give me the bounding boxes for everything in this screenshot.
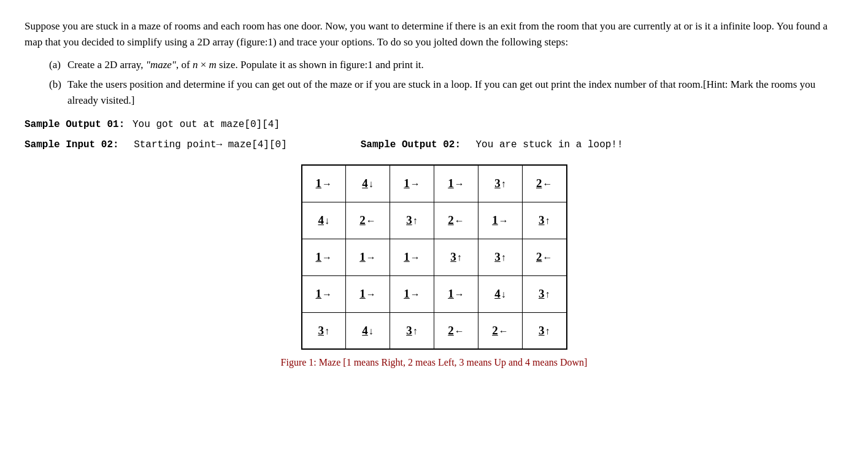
task-label-b: (b) bbox=[49, 77, 67, 93]
maze-cell-0-5: 2← bbox=[523, 165, 567, 202]
task-item-a: (a) Create a 2D array, "maze", of n × m … bbox=[49, 57, 843, 73]
maze-cell-4-0: 3↑ bbox=[302, 312, 346, 349]
figure-caption: Figure 1: Maze [1 means Right, 2 meas Le… bbox=[281, 357, 588, 368]
sample-input-02-value: Starting point→ maze[4][0] bbox=[134, 137, 287, 153]
maze-cell-2-5: 2← bbox=[523, 239, 567, 275]
figure-container: 1→4↓1→1→3↑2←4↓2←3↑2←1→3↑1→1→1→3↑3↑2←1→1→… bbox=[25, 164, 843, 368]
maze-cell-0-3: 1→ bbox=[434, 165, 478, 202]
sample-output-01-value: You got out at maze[0][4] bbox=[133, 119, 280, 130]
maze-cell-1-2: 3↑ bbox=[390, 202, 434, 239]
maze-cell-3-0: 1→ bbox=[302, 275, 346, 312]
sample-output-02-label: Sample Output 02: bbox=[361, 137, 461, 153]
maze-cell-3-1: 1→ bbox=[346, 275, 390, 312]
task-content-a: Create a 2D array, "maze", of n × m size… bbox=[67, 57, 843, 73]
task-list: (a) Create a 2D array, "maze", of n × m … bbox=[25, 57, 843, 109]
maze-cell-2-2: 1→ bbox=[390, 239, 434, 275]
task-content-b: Take the users position and determine if… bbox=[67, 77, 843, 109]
task-item-b: (b) Take the users position and determin… bbox=[49, 77, 843, 109]
sample-output-01-line: Sample Output 01: You got out at maze[0]… bbox=[25, 115, 843, 133]
maze-cell-0-4: 3↑ bbox=[478, 165, 523, 202]
maze-cell-4-1: 4↓ bbox=[346, 312, 390, 349]
main-paragraph: Suppose you are stuck in a maze of rooms… bbox=[25, 18, 840, 51]
maze-cell-3-3: 1→ bbox=[434, 275, 478, 312]
samples-block: Sample Output 01: You got out at maze[0]… bbox=[25, 115, 843, 153]
maze-cell-0-0: 1→ bbox=[302, 165, 346, 202]
maze-cell-1-3: 2← bbox=[434, 202, 478, 239]
maze-cell-1-5: 3↑ bbox=[523, 202, 567, 239]
sample-output-01-label: Sample Output 01: bbox=[25, 119, 125, 130]
maze-cell-4-3: 2← bbox=[434, 312, 478, 349]
sample-input-02-label: Sample Input 02: bbox=[25, 137, 119, 153]
sample-input-02-line: Sample Input 02: Starting point→ maze[4]… bbox=[25, 136, 843, 153]
maze-cell-2-4: 3↑ bbox=[478, 239, 523, 275]
maze-cell-4-2: 3↑ bbox=[390, 312, 434, 349]
maze-cell-3-2: 1→ bbox=[390, 275, 434, 312]
maze-cell-1-4: 1→ bbox=[478, 202, 523, 239]
maze-cell-4-4: 2← bbox=[478, 312, 523, 349]
intro-text: Suppose you are stuck in a maze of rooms… bbox=[25, 18, 840, 51]
maze-cell-3-5: 3↑ bbox=[523, 275, 567, 312]
maze-cell-3-4: 4↓ bbox=[478, 275, 523, 312]
maze-cell-2-0: 1→ bbox=[302, 239, 346, 275]
maze-cell-2-1: 1→ bbox=[346, 239, 390, 275]
maze-cell-1-0: 4↓ bbox=[302, 202, 346, 239]
maze-cell-4-5: 3↑ bbox=[523, 312, 567, 349]
task-label-a: (a) bbox=[49, 57, 67, 73]
maze-cell-2-3: 3↑ bbox=[434, 239, 478, 275]
maze-cell-0-1: 4↓ bbox=[346, 165, 390, 202]
sample-output-02-value: You are stuck in a loop!! bbox=[476, 137, 623, 153]
maze-cell-1-1: 2← bbox=[346, 202, 390, 239]
maze-cell-0-2: 1→ bbox=[390, 165, 434, 202]
maze-grid: 1→4↓1→1→3↑2←4↓2←3↑2←1→3↑1→1→1→3↑3↑2←1→1→… bbox=[301, 164, 567, 350]
